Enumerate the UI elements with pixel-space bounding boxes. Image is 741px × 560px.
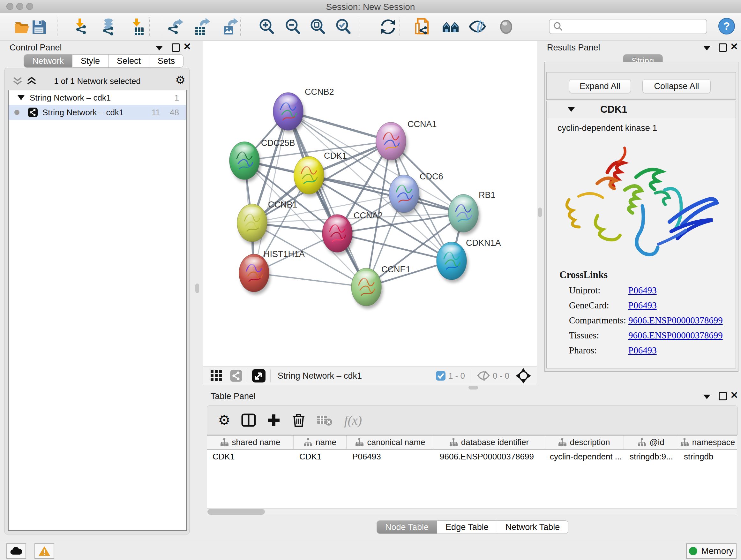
column-header-name[interactable]: name bbox=[293, 435, 347, 449]
show-columns-icon[interactable] bbox=[241, 413, 256, 428]
export-table-icon[interactable] bbox=[192, 17, 211, 37]
collapse-all-chevron-icon[interactable] bbox=[12, 76, 26, 86]
network-edge[interactable] bbox=[288, 111, 366, 287]
maximize-panel-icon[interactable] bbox=[719, 392, 727, 400]
search-input[interactable] bbox=[567, 21, 706, 32]
float-panel-icon[interactable] bbox=[156, 46, 163, 51]
search-field[interactable] bbox=[549, 19, 707, 34]
selected-checkbox-icon[interactable] bbox=[435, 371, 446, 381]
network-edge[interactable] bbox=[254, 111, 288, 273]
tab-node-table[interactable]: Node Table bbox=[377, 520, 437, 534]
import-table-icon[interactable] bbox=[130, 17, 149, 37]
import-network-file-icon[interactable] bbox=[73, 17, 92, 37]
table-cell[interactable]: P06493 bbox=[347, 449, 434, 463]
column-header-canonical-name[interactable]: canonical name bbox=[347, 435, 434, 449]
hidden-eye-icon[interactable] bbox=[477, 370, 490, 381]
tab-select[interactable]: Select bbox=[109, 54, 149, 68]
add-column-icon[interactable] bbox=[267, 413, 281, 427]
memory-button[interactable]: Memory bbox=[686, 543, 737, 559]
crosslink-link[interactable]: 9606.ENSP00000378699 bbox=[628, 315, 723, 326]
column-header-namespace[interactable]: namespace bbox=[678, 435, 737, 449]
network-node-cdkn1a[interactable]: CDKN1A bbox=[436, 238, 501, 283]
network-node-cdc25b[interactable]: CDC25B bbox=[229, 138, 295, 182]
network-row[interactable]: String Network – cdk1 11 48 bbox=[9, 105, 186, 120]
glass-ball-icon[interactable] bbox=[496, 17, 516, 37]
network-edge[interactable] bbox=[254, 273, 366, 287]
save-session-icon[interactable] bbox=[29, 17, 49, 37]
cloud-button[interactable] bbox=[6, 543, 26, 559]
birds-eye-view-icon[interactable] bbox=[252, 369, 266, 383]
column-header-@id[interactable]: @id bbox=[624, 435, 678, 449]
network-view-icon[interactable] bbox=[230, 369, 243, 382]
tab-style[interactable]: Style bbox=[72, 54, 109, 68]
grid-view-icon[interactable] bbox=[210, 369, 223, 382]
function-builder-icon[interactable]: f(x) bbox=[344, 413, 362, 428]
document-share-icon[interactable] bbox=[414, 17, 433, 37]
table-options-gear-icon[interactable]: ⚙ bbox=[218, 413, 230, 427]
open-session-icon[interactable] bbox=[13, 17, 32, 37]
network-node-ccnb2[interactable]: CCNB2 bbox=[273, 87, 334, 133]
tab-sets[interactable]: Sets bbox=[149, 54, 184, 68]
network-node-ccnb1[interactable]: CCNB1 bbox=[237, 200, 297, 245]
float-panel-icon[interactable] bbox=[703, 395, 711, 399]
horizontal-splitter-handle[interactable] bbox=[468, 386, 478, 389]
expand-all-chevron-icon[interactable] bbox=[26, 76, 41, 86]
zoom-selected-icon[interactable] bbox=[334, 17, 353, 37]
delete-column-icon[interactable] bbox=[292, 413, 306, 428]
cdk1-collapse-icon[interactable] bbox=[568, 107, 575, 112]
export-network-icon[interactable] bbox=[166, 17, 185, 37]
network-node-cdc6[interactable]: CDC6 bbox=[389, 172, 443, 215]
network-canvas[interactable]: CCNB2CCNA1CDC25BCDK1CDC6RB1CCNB1CCNA2CDK… bbox=[203, 41, 537, 367]
column-header-shared-name[interactable]: shared name bbox=[207, 435, 293, 449]
export-image-icon[interactable] bbox=[220, 17, 239, 37]
zoom-out-icon[interactable] bbox=[283, 17, 302, 37]
table-row[interactable]: CDK1CDK1P064939606.ENSP00000378699cyclin… bbox=[207, 449, 737, 463]
crosslink-link[interactable]: 9606.ENSP00000378699 bbox=[628, 330, 723, 341]
close-panel-icon[interactable]: ✕ bbox=[730, 41, 738, 52]
vertical-splitter-handle[interactable] bbox=[538, 207, 542, 217]
crosslink-link[interactable]: P06493 bbox=[628, 345, 657, 356]
table-cell[interactable]: CDK1 bbox=[207, 449, 293, 463]
table-cell[interactable]: stringdb:9... bbox=[624, 449, 678, 463]
network-collection-row[interactable]: String Network – cdk1 1 bbox=[9, 90, 186, 105]
table-scrollbar-thumb[interactable] bbox=[207, 509, 265, 515]
cdk1-section-header[interactable]: CDK1 bbox=[547, 101, 736, 118]
maximize-panel-icon[interactable] bbox=[172, 44, 180, 52]
collection-expand-icon[interactable] bbox=[17, 95, 24, 100]
network-node-rb1[interactable]: RB1 bbox=[448, 190, 495, 235]
expand-all-button[interactable]: Expand All bbox=[569, 79, 631, 93]
float-panel-icon[interactable] bbox=[703, 46, 711, 51]
table-cell[interactable]: CDK1 bbox=[293, 449, 347, 463]
vertical-splitter-handle[interactable] bbox=[195, 284, 199, 293]
table-horizontal-scrollbar[interactable] bbox=[207, 508, 737, 515]
collapse-all-button[interactable]: Collapse All bbox=[643, 79, 711, 93]
close-panel-icon[interactable]: ✕ bbox=[730, 389, 738, 401]
center-view-icon[interactable] bbox=[515, 368, 532, 384]
eye-slash-icon[interactable] bbox=[468, 17, 487, 37]
network-node-hist1h1a[interactable]: HIST1H1A bbox=[239, 249, 305, 295]
crosslink-link[interactable]: P06493 bbox=[628, 285, 657, 296]
tab-network[interactable]: Network bbox=[23, 54, 72, 68]
network-options-gear-icon[interactable]: ⚙ bbox=[175, 74, 185, 86]
close-panel-icon[interactable]: ✕ bbox=[183, 41, 191, 52]
maximize-panel-icon[interactable] bbox=[719, 44, 727, 52]
zoom-fit-icon[interactable] bbox=[308, 17, 327, 37]
tab-network-table[interactable]: Network Table bbox=[497, 520, 569, 534]
help-icon[interactable]: ? bbox=[718, 17, 735, 35]
column-header-description[interactable]: description bbox=[544, 435, 624, 449]
zoom-in-icon[interactable] bbox=[257, 17, 276, 37]
delete-table-icon[interactable] bbox=[317, 414, 333, 427]
tab-edge-table[interactable]: Edge Table bbox=[437, 520, 497, 534]
refresh-icon[interactable] bbox=[379, 17, 398, 37]
table-cell[interactable]: 9606.ENSP00000378699 bbox=[434, 449, 544, 463]
network-node-cdk1[interactable]: CDK1 bbox=[294, 151, 347, 197]
table-cell[interactable]: cyclin-dependent ... bbox=[544, 449, 624, 463]
string-home-icon[interactable] bbox=[441, 17, 460, 37]
table-cell[interactable]: stringdb bbox=[678, 449, 737, 463]
network-node-ccne1[interactable]: CCNE1 bbox=[351, 265, 411, 309]
network-node-ccna2[interactable]: CCNA2 bbox=[322, 211, 383, 255]
crosslink-link[interactable]: P06493 bbox=[628, 300, 657, 311]
warnings-button[interactable] bbox=[35, 543, 54, 559]
column-header-database-identifier[interactable]: database identifier bbox=[434, 435, 544, 449]
import-network-database-icon[interactable] bbox=[99, 17, 119, 37]
